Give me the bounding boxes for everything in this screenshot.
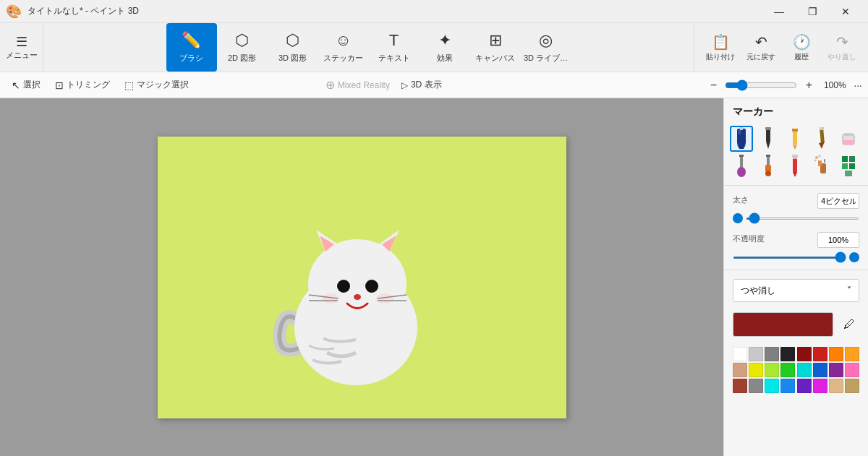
brush-crayon[interactable]	[783, 153, 807, 179]
tool-3dlive[interactable]: ◎ 3D ライブ…	[521, 23, 571, 72]
tool-2d[interactable]: ⬡ 2D 図形	[217, 23, 268, 72]
color-peach[interactable]	[829, 379, 843, 393]
svg-rect-15	[737, 129, 746, 145]
separator-1	[724, 185, 868, 186]
zoom-more-button[interactable]: ···	[854, 79, 862, 91]
paste-button[interactable]: 📋 貼り付け	[700, 23, 741, 72]
eyedropper-button[interactable]: 🖊	[839, 314, 859, 335]
tool-brush-label: ブラシ	[179, 53, 203, 64]
brush-pixel[interactable]	[837, 153, 860, 179]
marker-icon	[733, 127, 749, 150]
color-section: 🖊	[724, 308, 868, 347]
color-pink[interactable]	[845, 363, 859, 377]
color-violet[interactable]	[797, 379, 812, 393]
color-cyan[interactable]	[797, 363, 812, 377]
opacity-slider[interactable]	[733, 257, 846, 259]
finish-button[interactable]: つや消し ˅	[733, 279, 859, 302]
svg-rect-44	[818, 160, 822, 166]
svg-point-33	[737, 167, 746, 177]
color-bright-blue[interactable]	[780, 379, 795, 393]
history-button[interactable]: 🕐 履歴	[781, 23, 822, 72]
close-button[interactable]: ✕	[829, 0, 862, 23]
color-gray[interactable]	[765, 347, 779, 361]
redo-label: やり直し	[827, 52, 856, 62]
redo-button[interactable]: ↷ やり直し	[822, 23, 862, 72]
text-icon: T	[389, 31, 399, 50]
brush-pen[interactable]	[757, 126, 780, 152]
color-red[interactable]	[813, 347, 827, 361]
svg-rect-24	[793, 145, 797, 146]
tool-3d[interactable]: ⬡ 3D 図形	[268, 23, 318, 72]
brush-oil[interactable]	[730, 153, 753, 179]
color-black[interactable]	[780, 347, 795, 361]
brush-pencil[interactable]	[783, 126, 807, 152]
eyedropper-icon: 🖊	[843, 318, 855, 331]
color-yellow[interactable]	[749, 363, 763, 377]
brush-marker[interactable]	[730, 126, 753, 152]
svg-rect-50	[849, 156, 855, 162]
color-green[interactable]	[780, 363, 795, 377]
color-preview[interactable]	[733, 312, 833, 337]
canvas-surface[interactable]	[158, 137, 566, 418]
brush-spray[interactable]	[810, 153, 833, 179]
svg-rect-26	[820, 129, 825, 143]
color-mid-gray[interactable]	[749, 379, 763, 393]
oil-icon	[733, 155, 749, 178]
opacity-label: 不透明度	[733, 233, 765, 244]
svg-rect-38	[766, 155, 770, 157]
tool-canvas[interactable]: ⊞ キャンバス	[470, 23, 521, 72]
zoom-in-button[interactable]: +	[801, 79, 816, 92]
tool-text[interactable]: T テキスト	[369, 23, 420, 72]
title-bar-left: 🎨 タイトルなし* - ペイント 3D	[6, 4, 139, 20]
color-light-orange[interactable]	[845, 347, 859, 361]
crayon-icon	[787, 155, 803, 178]
svg-rect-22	[793, 130, 797, 145]
color-gold[interactable]	[845, 379, 859, 393]
canvas-icon: ⊞	[489, 31, 502, 50]
toolbar-actions: 📋 貼り付け ↶ 元に戻す 🕐 履歴 ↷ やり直し	[694, 23, 868, 72]
view-3d-icon: ▷	[401, 80, 408, 90]
color-light-gray[interactable]	[749, 347, 763, 361]
mixed-reality-button[interactable]: ⊕ Mixed Reality	[326, 78, 390, 92]
color-brown[interactable]	[733, 379, 747, 393]
opacity-input[interactable]	[817, 232, 859, 248]
thickness-slider[interactable]	[746, 218, 859, 220]
color-magenta[interactable]	[813, 379, 827, 393]
svg-rect-42	[792, 155, 798, 157]
color-tan[interactable]	[733, 363, 747, 377]
tool-sticker[interactable]: ☺ ステッカー	[318, 23, 369, 72]
select-tool[interactable]: ↖ 選択	[6, 76, 46, 94]
color-white[interactable]	[733, 347, 747, 361]
brush-watercolor[interactable]	[757, 153, 780, 179]
brush-calligraphy[interactable]	[810, 126, 833, 152]
tool-3d-label: 3D 図形	[278, 53, 307, 64]
magic-select-tool[interactable]: ⬚ マジック選択	[119, 76, 195, 94]
color-yellow-green[interactable]	[765, 363, 779, 377]
cat-drawing	[240, 186, 443, 389]
svg-rect-39	[793, 158, 797, 172]
tool-brush[interactable]: ✏️ ブラシ	[166, 23, 217, 72]
svg-rect-21	[765, 127, 771, 130]
canvas-area[interactable]	[0, 98, 723, 456]
trim-tool[interactable]: ⊡ トリミング	[49, 76, 116, 94]
svg-marker-20	[766, 142, 770, 149]
zoom-out-button[interactable]: −	[706, 79, 720, 92]
svg-rect-18	[740, 127, 743, 130]
color-bright-cyan[interactable]	[765, 379, 779, 393]
maximize-button[interactable]: ❐	[796, 0, 829, 23]
right-panel: マーカー	[723, 98, 868, 456]
brush-eraser[interactable]	[837, 126, 860, 152]
color-orange[interactable]	[829, 347, 843, 361]
undo-button[interactable]: ↶ 元に戻す	[741, 23, 781, 72]
minimize-button[interactable]: —	[762, 0, 796, 23]
color-blue[interactable]	[813, 363, 827, 377]
color-purple[interactable]	[829, 363, 843, 377]
title-bar: 🎨 タイトルなし* - ペイント 3D — ❐ ✕	[0, 0, 868, 23]
thickness-input[interactable]	[817, 193, 859, 209]
magic-icon: ⬚	[124, 79, 134, 91]
menu-button[interactable]: ☰ メニュー	[0, 23, 43, 72]
zoom-slider[interactable]	[725, 79, 797, 91]
color-dark-red[interactable]	[797, 347, 812, 361]
tool-effects[interactable]: ✦ 効果	[420, 23, 470, 72]
view-3d-button[interactable]: ▷ 3D 表示	[396, 77, 448, 93]
